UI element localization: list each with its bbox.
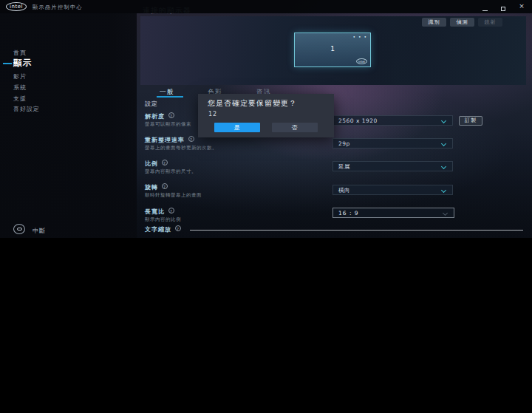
close-button[interactable]: ×	[513, 0, 531, 13]
feedback-icon[interactable]	[13, 224, 25, 234]
sidebar-item-video[interactable]: 影片	[13, 72, 27, 81]
text-scaling-label: 文字縮放?	[145, 225, 181, 233]
active-tab-underline	[157, 96, 183, 98]
maximize-button[interactable]	[494, 0, 512, 13]
settings-section-title: 設定	[145, 100, 158, 108]
aspect-ratio-value: 16 : 9	[338, 210, 359, 216]
chevron-down-icon	[441, 164, 446, 169]
display-number: 1	[295, 45, 370, 52]
resolution-desc: 螢幕可以顯示的像素	[145, 121, 191, 128]
chevron-down-icon	[441, 141, 446, 146]
scale-label: 比例?	[145, 160, 168, 168]
info-icon[interactable]: ?	[168, 112, 174, 118]
info-icon[interactable]: ?	[188, 136, 194, 142]
custom-resolution-button[interactable]: 訂製	[459, 116, 482, 126]
keep-changes-dialog: 您是否確定要保留變更？ 12 是 否	[198, 94, 334, 137]
app-title: 顯示晶片控制中心	[33, 4, 83, 11]
info-icon[interactable]: ?	[162, 183, 168, 189]
yes-button[interactable]: 是	[214, 123, 260, 132]
sidebar-item-preferences[interactable]: 喜好設定	[13, 105, 40, 113]
sidebar-item-system[interactable]: 系統	[13, 83, 27, 92]
scale-desc: 螢幕內容顯示的尺寸。	[145, 168, 197, 175]
refresh-rate-value: 29p	[338, 140, 350, 147]
no-button[interactable]: 否	[272, 123, 318, 132]
app-window: intel 顯示晶片控制中心 × 首頁 顯示 影片 系統 支援 喜好設定 中斷 …	[0, 0, 532, 238]
chevron-down-icon	[441, 118, 446, 123]
screen: intel 顯示晶片控制中心 × 首頁 顯示 影片 系統 支援 喜好設定 中斷 …	[0, 0, 532, 413]
mirror-button-disabled: 鏡射	[478, 18, 502, 27]
rotation-value: 橫向	[338, 187, 350, 194]
minimize-icon	[482, 10, 488, 11]
display-options-dots-icon[interactable]: • • •	[353, 34, 367, 39]
rotation-desc: 順時針旋轉螢幕上的畫面	[145, 192, 202, 199]
chevron-down-icon	[443, 211, 448, 216]
intel-badge: intel	[356, 58, 367, 64]
sidebar-item-display[interactable]: 顯示	[13, 58, 33, 69]
aspect-ratio-desc: 顯示內容的比例	[145, 216, 181, 223]
selected-indicator	[3, 63, 12, 64]
dialog-countdown: 12	[208, 111, 217, 117]
sidebar-item-support[interactable]: 支援	[13, 95, 27, 103]
resolution-label: 解析度?	[145, 112, 174, 120]
speech-bubble-icon	[17, 228, 22, 231]
display-canvas: 識別 偵測 鏡射 • • • 1 intel	[140, 16, 526, 85]
intel-logo: intel	[6, 2, 27, 11]
scale-dropdown[interactable]: 延展	[332, 161, 453, 171]
resolution-value: 2560 x 1920	[338, 117, 378, 124]
sidebar: 首頁 顯示 影片 系統 支援 喜好設定 中斷	[0, 13, 137, 238]
scale-value: 延展	[338, 163, 350, 171]
display-1-thumbnail[interactable]: • • • 1 intel	[294, 33, 371, 67]
rotation-label: 旋轉?	[145, 183, 168, 191]
refresh-rate-desc: 螢幕上的畫面每秒更新的次數。	[145, 145, 217, 151]
maximize-icon	[501, 7, 505, 11]
sidebar-item-home[interactable]: 首頁	[13, 49, 27, 57]
minimize-button[interactable]	[476, 0, 494, 13]
aspect-ratio-label: 長寬比?	[145, 208, 174, 216]
chevron-down-icon	[441, 188, 446, 193]
footer-label[interactable]: 中斷	[33, 227, 46, 235]
identify-button[interactable]: 識別	[422, 18, 446, 27]
aspect-ratio-input[interactable]: 16 : 9	[332, 208, 454, 218]
dialog-title: 您是否確定要保留變更？	[208, 98, 297, 109]
titlebar: intel 顯示晶片控制中心 ×	[0, 0, 532, 13]
info-icon[interactable]: ?	[168, 208, 174, 214]
detect-button[interactable]: 偵測	[450, 18, 474, 27]
resolution-dropdown[interactable]: 2560 x 1920	[332, 115, 453, 126]
rotation-dropdown[interactable]: 橫向	[332, 185, 453, 195]
info-icon[interactable]: ?	[175, 225, 181, 231]
refresh-rate-dropdown[interactable]: 29p	[332, 138, 453, 149]
section-divider	[190, 230, 523, 231]
refresh-rate-label: 重新整理速率?	[145, 136, 194, 144]
info-icon[interactable]: ?	[162, 160, 168, 165]
